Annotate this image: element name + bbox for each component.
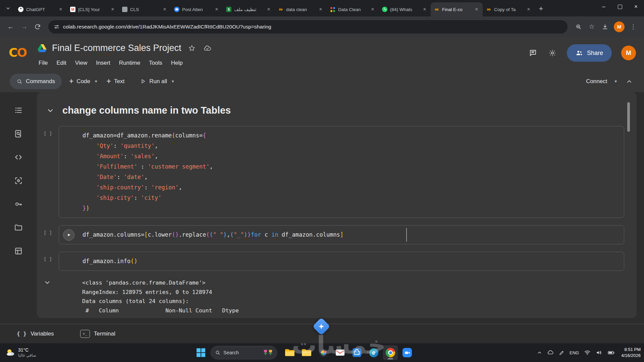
- menu-file[interactable]: File: [34, 58, 52, 68]
- language-indicator[interactable]: ENG: [570, 350, 579, 355]
- code-snippets-icon[interactable]: [11, 150, 26, 165]
- browser-tab-9[interactable]: ∞Final E-co×: [431, 2, 483, 16]
- find-and-replace-icon[interactable]: [11, 126, 26, 141]
- variables-button[interactable]: Variables: [31, 330, 54, 337]
- colab-logo[interactable]: CO: [9, 46, 26, 59]
- browser-tab-6[interactable]: ∞data clean×: [275, 2, 327, 16]
- onedrive-icon[interactable]: [547, 349, 554, 356]
- secrets-icon[interactable]: [11, 197, 26, 212]
- browser-profile-avatar[interactable]: M: [614, 21, 625, 32]
- connect-button[interactable]: Connect: [586, 78, 607, 85]
- tab-close-icon[interactable]: ×: [474, 6, 479, 12]
- connect-dropdown-caret[interactable]: ▾: [612, 79, 619, 84]
- zoom-page-icon[interactable]: [572, 21, 584, 33]
- tab-close-icon[interactable]: ×: [526, 6, 531, 12]
- browser-menu-icon[interactable]: ⋮: [627, 21, 639, 33]
- lens-icon[interactable]: [11, 173, 26, 188]
- url-bar[interactable]: colab.research.google.com/drive/1RadJKMi…: [48, 20, 568, 34]
- account-avatar[interactable]: M: [621, 46, 636, 60]
- browser-tab-3[interactable]: CLS×: [119, 2, 171, 16]
- store-taskbar-icon[interactable]: [350, 345, 364, 360]
- cell-editor[interactable]: ▶df_amazon.columns=[c.lower().replace(("…: [59, 225, 624, 244]
- cell-exec-indicator[interactable]: [ ]: [44, 225, 59, 244]
- pen-icon[interactable]: [559, 350, 565, 356]
- edge-taskbar-icon[interactable]: e: [366, 345, 381, 360]
- tab-title: data clean: [286, 7, 315, 12]
- folder-taskbar-icon[interactable]: [299, 345, 314, 360]
- wifi-icon[interactable]: [584, 349, 591, 356]
- mail-taskbar-icon[interactable]: [333, 345, 347, 360]
- file-explorer-taskbar-icon[interactable]: [282, 345, 297, 360]
- add-code-button[interactable]: +Code: [66, 77, 93, 85]
- back-button[interactable]: ←: [5, 21, 17, 33]
- run-all-button[interactable]: Run all: [137, 78, 170, 85]
- cell-exec-indicator[interactable]: [ ]: [44, 252, 59, 271]
- tab-close-icon[interactable]: ×: [110, 6, 115, 12]
- browser-tab-2[interactable]: M[CLS] Your×: [67, 2, 119, 16]
- code-dropdown-caret[interactable]: ▾: [93, 79, 99, 84]
- cell-editor[interactable]: df_amazon.info(): [59, 252, 624, 271]
- section-collapse-chevron[interactable]: [46, 107, 54, 115]
- new-tab-button[interactable]: +: [536, 4, 546, 14]
- commands-button[interactable]: Commands: [10, 74, 62, 89]
- menu-tools[interactable]: Tools: [145, 58, 167, 68]
- browser-tab-4[interactable]: Post Atten×: [171, 2, 223, 16]
- bookmark-star-icon[interactable]: ☆: [586, 21, 598, 33]
- tab-close-icon[interactable]: ×: [370, 6, 375, 12]
- tab-search-button[interactable]: [3, 3, 13, 14]
- zoom-taskbar-icon[interactable]: [400, 345, 415, 360]
- tab-close-icon[interactable]: ×: [58, 6, 63, 12]
- tab-close-icon[interactable]: ×: [266, 6, 271, 12]
- chrome-taskbar-icon[interactable]: [383, 345, 398, 360]
- output-collapse-chevron[interactable]: [44, 279, 59, 286]
- cell-exec-indicator[interactable]: [ ]: [44, 126, 59, 218]
- menu-insert[interactable]: Insert: [92, 58, 115, 68]
- run-all-dropdown-caret[interactable]: ▾: [170, 79, 176, 84]
- browser-tab-5[interactable]: 5تنظيف ملف×: [223, 2, 275, 16]
- window-maximize-button[interactable]: [612, 0, 628, 13]
- section-title[interactable]: change columns name in two Tables: [62, 105, 231, 116]
- refresh-button[interactable]: [32, 21, 44, 33]
- browser-tab-7[interactable]: Data Clean×: [327, 2, 379, 16]
- browser-tab-1[interactable]: *ChatGPT×: [15, 2, 67, 16]
- window-minimize-button[interactable]: –: [596, 0, 612, 13]
- taskbar-clock[interactable]: 8:51 PM 4/16/2026: [621, 347, 641, 358]
- site-info-icon[interactable]: [54, 24, 60, 30]
- browser-tab-8[interactable]: (84) Whats×: [379, 2, 431, 16]
- battery-icon[interactable]: [607, 349, 615, 356]
- share-button[interactable]: Share: [567, 44, 612, 62]
- window-close-button[interactable]: ×: [628, 0, 644, 13]
- menu-help[interactable]: Help: [167, 58, 187, 68]
- cell-editor[interactable]: df_amazon=df_amazon.rename(columns={ 'Qt…: [59, 126, 624, 218]
- weather-widget[interactable]: 31°C صافي غالبا: [3, 343, 38, 362]
- downloads-icon[interactable]: [599, 21, 611, 33]
- volume-icon[interactable]: [596, 349, 602, 356]
- data-table-icon[interactable]: [11, 244, 26, 258]
- tab-close-icon[interactable]: ×: [422, 6, 427, 12]
- notebook-scrollbar[interactable]: [627, 102, 630, 132]
- cloud-save-icon[interactable]: [202, 43, 212, 53]
- table-of-contents-icon[interactable]: [11, 103, 26, 118]
- browser-tab-10[interactable]: ∞Copy of Ta×: [483, 2, 535, 16]
- add-text-button[interactable]: +Text: [104, 77, 127, 85]
- tab-close-icon[interactable]: ×: [318, 6, 323, 12]
- tab-close-icon[interactable]: ×: [162, 6, 167, 12]
- run-cell-button[interactable]: ▶: [63, 229, 74, 241]
- search-highlight-tulips[interactable]: [263, 349, 273, 356]
- menu-view[interactable]: View: [71, 58, 92, 68]
- notebook-title[interactable]: Final E-commerce Sales Project: [52, 43, 181, 53]
- tab-close-icon[interactable]: ×: [214, 6, 219, 12]
- files-icon[interactable]: [11, 220, 26, 235]
- menu-edit[interactable]: Edit: [52, 58, 70, 68]
- settings-gear-icon[interactable]: [547, 48, 557, 58]
- collapse-toolbar-chevron[interactable]: [624, 76, 634, 86]
- terminal-button[interactable]: Terminal: [94, 330, 115, 337]
- start-button[interactable]: [194, 346, 208, 360]
- comments-icon[interactable]: [528, 48, 538, 58]
- taskbar-search[interactable]: Search: [211, 346, 277, 359]
- tray-chevron-icon[interactable]: [537, 350, 542, 355]
- photos-taskbar-icon[interactable]: [316, 345, 331, 360]
- forward-button[interactable]: →: [18, 21, 30, 33]
- star-icon[interactable]: [187, 43, 197, 53]
- menu-runtime[interactable]: Runtime: [115, 58, 145, 68]
